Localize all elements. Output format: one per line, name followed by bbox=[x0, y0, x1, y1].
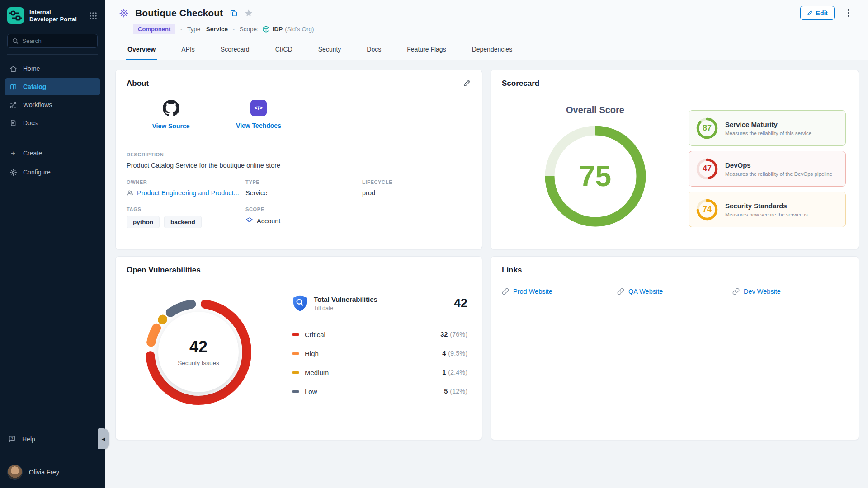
type-label: Type : bbox=[187, 26, 204, 33]
entity-meta: Component • Type : Service • Scope: IDP … bbox=[133, 24, 868, 34]
scorecard-item-service-maturity[interactable]: 87 Service Maturity Measures the reliabi… bbox=[689, 110, 846, 146]
sidebar: Internal Developer Portal bbox=[0, 0, 105, 488]
tab-dependencies[interactable]: Dependencies bbox=[471, 41, 514, 60]
scope-label: Scope: bbox=[240, 26, 259, 33]
tab-docs[interactable]: Docs bbox=[365, 41, 382, 60]
page-header: Boutique Checkout Edit Component • bbox=[105, 0, 868, 60]
techdocs-icon: </> bbox=[250, 100, 267, 116]
tag-python[interactable]: python bbox=[127, 216, 160, 228]
gear-icon bbox=[9, 168, 17, 176]
scope-field-label: SCOPE bbox=[245, 206, 471, 212]
legend-row-medium: Medium 1 (2.4%) bbox=[292, 363, 467, 382]
link-prod-website[interactable]: Prod Website bbox=[502, 288, 617, 295]
type-value: Service bbox=[206, 26, 228, 33]
scope-org: (Sid's Org) bbox=[285, 26, 314, 33]
summary-divider bbox=[292, 322, 467, 322]
security-issues-label: Security Issues bbox=[178, 360, 219, 366]
tab-bar: Overview APIs Scorecard CI/CD Security D… bbox=[105, 41, 868, 60]
link-icon bbox=[502, 288, 509, 295]
scorecard-item-devops[interactable]: 47 DevOps Measures the reliability of th… bbox=[689, 151, 846, 187]
sidebar-item-help[interactable]: ? Help bbox=[0, 432, 105, 449]
owner-link[interactable]: Product Engineering and Product... bbox=[137, 189, 239, 197]
home-icon bbox=[9, 65, 17, 73]
plus-icon: + bbox=[9, 149, 17, 157]
critical-swatch bbox=[292, 333, 299, 336]
link-dev-website[interactable]: Dev Website bbox=[732, 288, 848, 295]
owner-label: OWNER bbox=[127, 179, 245, 185]
lifecycle-value: prod bbox=[362, 189, 471, 197]
user-row[interactable]: Olivia Frey bbox=[0, 460, 105, 480]
search-input[interactable] bbox=[22, 38, 90, 44]
tab-cicd[interactable]: CI/CD bbox=[274, 41, 294, 60]
brand: Internal Developer Portal bbox=[0, 6, 105, 28]
layers-icon bbox=[245, 217, 253, 225]
brand-title: Internal Developer Portal bbox=[29, 9, 89, 23]
sidebar-divider bbox=[7, 139, 98, 139]
user-name: Olivia Frey bbox=[29, 469, 59, 476]
link-icon bbox=[732, 288, 740, 295]
tab-apis[interactable]: APIs bbox=[180, 41, 196, 60]
view-source-link[interactable]: View Source bbox=[142, 100, 200, 130]
scorecard-heading: Scorecard bbox=[502, 79, 848, 88]
total-vulnerabilities-title: Total Vulnerabilities bbox=[314, 296, 377, 303]
apps-grid-icon[interactable] bbox=[89, 11, 98, 20]
sidebar-item-create[interactable]: + Create bbox=[5, 145, 100, 162]
about-divider bbox=[126, 142, 472, 142]
vulnerabilities-heading: Open Vulnerabilities bbox=[127, 266, 471, 275]
sidebar-divider bbox=[7, 54, 98, 55]
tab-security[interactable]: Security bbox=[317, 41, 343, 60]
link-icon bbox=[617, 288, 624, 295]
sidebar-item-docs[interactable]: Docs bbox=[5, 114, 100, 131]
docs-icon bbox=[9, 119, 17, 127]
scope-value: IDP bbox=[273, 26, 283, 33]
scorecard-card: Scorecard Overall Score 75 bbox=[491, 70, 859, 249]
scope-field-value: Account bbox=[257, 217, 280, 225]
edit-about-icon[interactable] bbox=[463, 79, 471, 87]
till-date-label: Till date bbox=[314, 305, 377, 311]
devops-gauge: 47 bbox=[695, 157, 719, 181]
description-label: DESCRIPTION bbox=[127, 152, 471, 157]
overall-score-gauge: 75 bbox=[543, 124, 648, 229]
sidebar-collapse-handle[interactable]: ◀ bbox=[98, 428, 109, 449]
sidebar-item-label: Workflows bbox=[23, 101, 52, 108]
tab-overview[interactable]: Overview bbox=[126, 41, 157, 60]
search-box[interactable] bbox=[7, 34, 98, 48]
pencil-icon bbox=[807, 10, 813, 16]
tab-feature-flags[interactable]: Feature Flags bbox=[406, 41, 447, 60]
shield-search-icon bbox=[292, 295, 308, 312]
about-card: About View Source </> View Techdocs bbox=[115, 70, 482, 249]
workflows-icon bbox=[9, 101, 17, 109]
sidebar-item-home[interactable]: Home bbox=[5, 60, 100, 77]
overall-score-value: 75 bbox=[543, 124, 648, 229]
copy-icon[interactable] bbox=[230, 9, 238, 17]
content: About View Source </> View Techdocs bbox=[105, 60, 868, 488]
total-vulnerabilities-value: 42 bbox=[454, 296, 467, 310]
sidebar-item-label: Home bbox=[23, 65, 40, 72]
scorecard-item-security-standards[interactable]: 74 Security Standards Measures how secur… bbox=[689, 192, 846, 227]
app-root: Internal Developer Portal bbox=[0, 0, 868, 488]
sidebar-item-workflows[interactable]: Workflows bbox=[5, 96, 100, 113]
tag-backend[interactable]: backend bbox=[164, 216, 202, 228]
service-maturity-gauge: 87 bbox=[695, 117, 719, 140]
medium-swatch bbox=[292, 371, 299, 374]
sidebar-item-catalog[interactable]: Catalog bbox=[5, 78, 100, 95]
search-icon bbox=[12, 38, 19, 44]
overall-score-label: Overall Score bbox=[566, 105, 624, 115]
page-title: Boutique Checkout bbox=[135, 8, 223, 19]
sidebar-nav: Home Catalog Workflows Docs bbox=[0, 59, 105, 132]
sidebar-bottom: ? Help Olivia Frey bbox=[0, 432, 105, 480]
owner-group-icon bbox=[127, 189, 134, 197]
link-qa-website[interactable]: QA Website bbox=[617, 288, 732, 295]
legend-row-low: Low 5 (12%) bbox=[292, 382, 467, 401]
view-techdocs-link[interactable]: </> View Techdocs bbox=[230, 100, 288, 130]
tab-scorecard[interactable]: Scorecard bbox=[219, 41, 251, 60]
sidebar-item-label: Configure bbox=[23, 169, 51, 176]
star-icon[interactable] bbox=[245, 9, 253, 17]
component-gear-icon bbox=[118, 8, 129, 19]
sidebar-item-configure[interactable]: Configure bbox=[5, 164, 100, 181]
edit-button[interactable]: Edit bbox=[800, 6, 835, 20]
brand-logo-icon bbox=[7, 7, 24, 24]
help-icon: ? bbox=[8, 435, 16, 443]
kebab-menu-icon[interactable] bbox=[844, 7, 853, 19]
sidebar-item-label: Catalog bbox=[23, 83, 46, 90]
